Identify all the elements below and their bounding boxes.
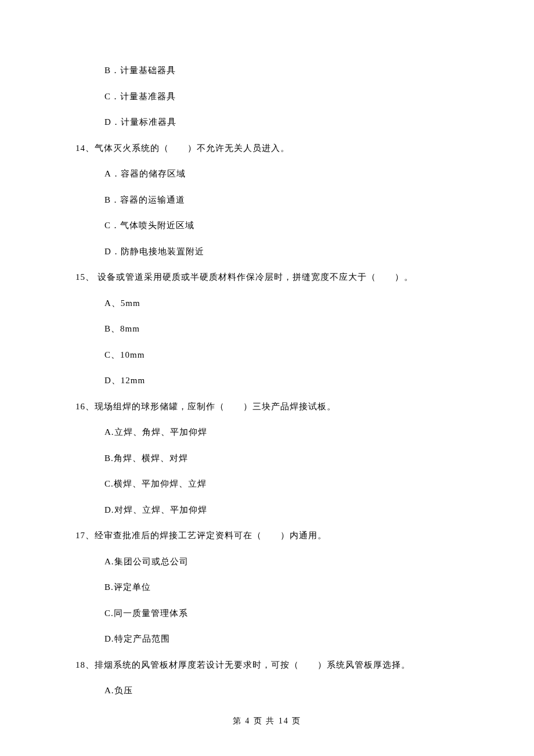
question-option: C.横焊、平加仰焊、立焊 xyxy=(104,477,459,491)
question-option: B.评定单位 xyxy=(104,581,459,594)
question-option: D.对焊、立焊、平加仰焊 xyxy=(104,503,459,517)
question-option: A.集团公司或总公司 xyxy=(104,555,459,568)
question-option: A、5mm xyxy=(104,297,459,310)
page-content: B．计量基础器具 C．计量基准器具 D．计量标准器具 14、气体灭火系统的（ ）… xyxy=(0,0,534,697)
question-option: A．容器的储存区域 xyxy=(104,167,459,181)
orphan-option: D．计量标准器具 xyxy=(104,116,459,129)
question-option: D．防静电接地装置附近 xyxy=(104,245,459,258)
question-option: B.角焊、横焊、对焊 xyxy=(104,452,459,465)
question-option: A.负压 xyxy=(104,684,459,697)
question-option: B、8mm xyxy=(104,322,459,336)
question-option: B．容器的运输通道 xyxy=(104,193,459,207)
question-option: C、10mm xyxy=(104,348,459,362)
question-stem: 18、排烟系统的风管板材厚度若设计无要求时，可按（ ）系统风管板厚选择。 xyxy=(75,658,459,672)
question-stem: 15、 设备或管道采用硬质或半硬质材料作保冷层时，拼缝宽度不应大于（ ）。 xyxy=(75,271,459,284)
orphan-option: C．计量基准器具 xyxy=(104,90,459,103)
question-stem: 17、经审查批准后的焊接工艺评定资料可在（ ）内通用。 xyxy=(75,529,459,542)
question-stem: 16、现场组焊的球形储罐，应制作（ ）三块产品焊接试板。 xyxy=(75,400,459,413)
orphan-option: B．计量基础器具 xyxy=(104,64,459,77)
question-option: C．气体喷头附近区域 xyxy=(104,219,459,232)
page-footer: 第 4 页 共 14 页 xyxy=(0,715,534,727)
question-option: A.立焊、角焊、平加仰焊 xyxy=(104,426,459,439)
question-stem: 14、气体灭火系统的（ ）不允许无关人员进入。 xyxy=(75,142,459,155)
question-option: D、12mm xyxy=(104,374,459,387)
question-option: D.特定产品范围 xyxy=(104,632,459,646)
question-option: C.同一质量管理体系 xyxy=(104,607,459,620)
